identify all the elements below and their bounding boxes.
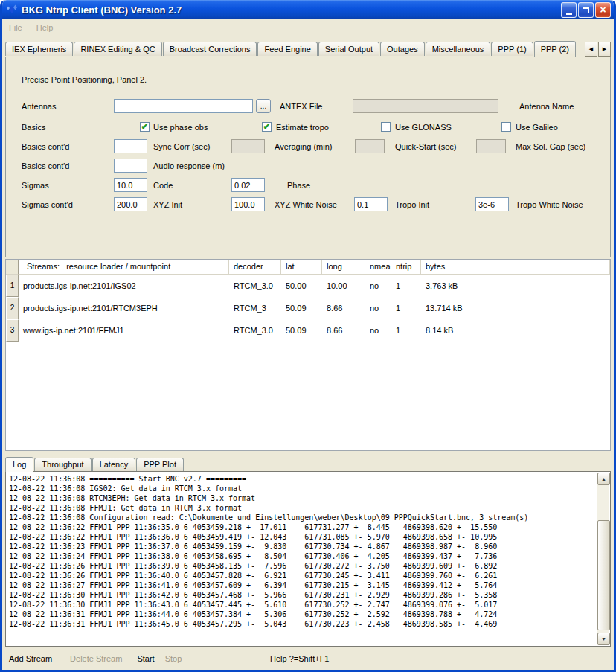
tab-ppp-2[interactable]: PPP (2) (534, 41, 576, 57)
tab-iex-ephemeris[interactable]: IEX Ephemeris (5, 42, 73, 56)
close-button[interactable]: × (595, 2, 611, 18)
log-scrollbar[interactable]: ▲ ▼ (597, 473, 609, 645)
sigma-phase-input[interactable] (231, 178, 265, 192)
streams-table: Streams: resource loader / mountpointdec… (5, 259, 611, 451)
sigma-code-input[interactable] (114, 178, 147, 192)
cell-long: 10.00 (322, 275, 365, 297)
cell-mountpoint: products.igs-ip.net:2101/RTCM3EPH (19, 297, 229, 319)
bottom-tab-bar: LogThroughputLatencyPPP Plot (5, 457, 614, 471)
menu-file[interactable]: File (9, 23, 22, 32)
menu-help[interactable]: Help (36, 23, 54, 32)
tab-feed-engine[interactable]: Feed Engine (257, 42, 317, 56)
row-number[interactable]: 1 (6, 275, 19, 297)
stream-row[interactable]: 1products.igs-ip.net:2101/IGS02RTCM_3.05… (6, 275, 610, 297)
arrow-up-icon: ▲ (601, 476, 606, 481)
log-line: 12-08-22 11:36:31 FFMJ1 PPP 11:36:45.0 6… (9, 619, 594, 629)
title-bar[interactable]: BKG Ntrip Client (BNC) Version 2.7 × (2, 0, 614, 19)
scrollbar-thumb[interactable] (597, 520, 610, 630)
maximize-button[interactable] (578, 2, 594, 18)
cell-lat: 50.09 (281, 297, 322, 319)
use-phase-obs-checkbox[interactable]: ✔ (140, 122, 150, 132)
basics3-label: Basics cont'd (22, 159, 69, 173)
tropo-white-noise-label: Tropo White Noise (516, 197, 583, 212)
antex-file-label: ANTEX File (280, 99, 322, 114)
tropo-white-noise-input[interactable] (475, 197, 509, 211)
tab-rinex-editing-qc[interactable]: RINEX Editing & QC (74, 42, 161, 56)
log-line: 12-08-22 11:36:30 FFMJ1 PPP 11:36:43.0 6… (9, 600, 594, 609)
tab-scrollers: ◀ ▶ (584, 42, 611, 57)
row-number[interactable]: 3 (6, 319, 19, 342)
scroll-up-button[interactable]: ▲ (597, 473, 610, 485)
cell-nmea: no (365, 275, 391, 297)
log-line: 12-08-22 11:36:26 FFMJ1 PPP 11:36:40.0 6… (9, 571, 594, 580)
log-line: 12-08-22 11:36:27 FFMJ1 PPP 11:36:41.0 6… (9, 580, 594, 590)
tab-latency[interactable]: Latency (92, 458, 136, 471)
add-stream-button[interactable]: Add Stream (9, 654, 52, 663)
minimize-button[interactable] (561, 2, 577, 18)
cell-bytes: 3.763 kB (421, 275, 610, 297)
form-row-antennas: Antennas ... ANTEX File Antenna Name (6, 99, 610, 114)
tab-log[interactable]: Log (5, 457, 33, 472)
tab-outages[interactable]: Outages (380, 42, 425, 56)
antenna-name-label: Antenna Name (519, 99, 574, 114)
cell-decoder: RTCM_3.0 (229, 275, 281, 297)
column-header-long: long (322, 260, 365, 275)
tab-throughput[interactable]: Throughput (34, 458, 91, 471)
log-line: 12-08-22 11:36:08 FFMJ1: Get data in RTC… (9, 503, 594, 513)
cell-decoder: RTCM_3 (229, 297, 281, 319)
scroll-down-button[interactable]: ▼ (597, 633, 610, 645)
basics-label: Basics (22, 120, 45, 135)
tab-scroll-left-button[interactable]: ◀ (585, 42, 597, 57)
cell-ntrip: 1 (391, 275, 421, 297)
column-header-nmea: nmea (365, 260, 391, 275)
cell-ntrip: 1 (391, 297, 421, 319)
row-number[interactable]: 2 (6, 297, 19, 319)
estimate-tropo-label: Estimate tropo (276, 120, 329, 135)
xyz-white-noise-input[interactable] (231, 197, 265, 211)
stop-button[interactable]: Stop (165, 654, 182, 663)
stream-row[interactable]: 2products.igs-ip.net:2101/RTCM3EPHRTCM_3… (6, 297, 610, 319)
quick-start-label: Quick-Start (sec) (395, 139, 457, 154)
averaging-label: Averaging (min) (275, 139, 332, 154)
tropo-init-input[interactable] (354, 197, 388, 211)
form-row-basics: Basics ✔ Use phase obs ✔ Estimate tropo … (6, 120, 610, 135)
cell-nmea: no (365, 319, 391, 342)
delete-stream-button[interactable]: Delete Stream (70, 654, 122, 663)
use-glonass-checkbox[interactable] (381, 122, 391, 132)
use-phase-obs-label: Use phase obs (153, 120, 208, 135)
antenna-name-input (353, 99, 498, 113)
max-sol-gap-label: Max Sol. Gap (sec) (516, 139, 585, 154)
use-galileo-checkbox[interactable] (501, 122, 511, 132)
tab-miscellaneous[interactable]: Miscellaneous (426, 42, 491, 56)
log-view[interactable]: 12-08-22 11:36:08 ========== Start BNC v… (9, 474, 594, 644)
audio-response-input[interactable] (114, 159, 147, 173)
cell-bytes: 13.714 kB (421, 297, 610, 319)
sync-corr-input[interactable] (114, 139, 147, 153)
tab-broadcast-corrections[interactable]: Broadcast Corrections (163, 42, 257, 56)
log-line: 12-08-22 11:36:31 FFMJ1 PPP 11:36:44.0 6… (9, 609, 594, 619)
panel-title: Precise Point Positioning, Panel 2. (22, 75, 147, 84)
tab-ppp-1[interactable]: PPP (1) (491, 42, 533, 56)
ppp2-panel: Precise Point Positioning, Panel 2. Ante… (5, 57, 611, 257)
column-header-ntrip: ntrip (391, 260, 421, 275)
tropo-init-label: Tropo Init (395, 197, 429, 212)
table-corner (6, 260, 19, 275)
cell-bytes: 8.14 kB (421, 319, 610, 342)
app-window: BKG Ntrip Client (BNC) Version 2.7 × Fil… (0, 0, 616, 672)
tab-ppp-plot[interactable]: PPP Plot (136, 458, 184, 471)
sigmas-label: Sigmas (22, 178, 49, 193)
estimate-tropo-checkbox[interactable]: ✔ (262, 122, 272, 132)
tab-serial-output[interactable]: Serial Output (318, 42, 379, 56)
start-button[interactable]: Start (137, 654, 154, 663)
streams-header: Streams: resource loader / mountpointdec… (6, 260, 610, 275)
column-header-lat: lat (281, 260, 322, 275)
column-header-bytes: bytes (421, 260, 610, 275)
form-row-sigmas: Sigmas Code Phase (6, 178, 610, 193)
xyz-init-input[interactable] (114, 197, 147, 211)
log-frame: 12-08-22 11:36:08 ========== Start BNC v… (5, 471, 611, 647)
stream-row[interactable]: 3www.igs-ip.net:2101/FFMJ1RTCM_3.050.098… (6, 319, 610, 342)
antennas-input[interactable] (114, 99, 253, 113)
use-galileo-label: Use Galileo (516, 120, 558, 135)
tab-scroll-right-button[interactable]: ▶ (598, 42, 611, 57)
antex-browse-button[interactable]: ... (256, 99, 271, 113)
